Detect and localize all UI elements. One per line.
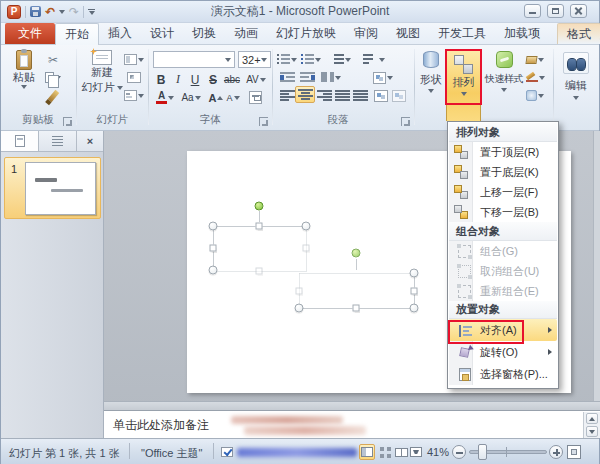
tab-file[interactable]: 文件 [5,23,55,44]
distribute-button[interactable] [350,87,370,104]
save-icon[interactable] [30,6,41,17]
slide-thumbnail-selected[interactable]: 1 [4,157,101,219]
phonetic-guide-button[interactable] [247,89,263,106]
resize-handle[interactable] [209,266,218,275]
notes-splitter[interactable] [104,401,600,410]
paragraph-dialog-launcher[interactable] [401,117,410,126]
notes-pane[interactable]: 单击此处添加备注 [104,410,600,438]
text-options-button[interactable] [389,87,409,104]
resize-handle[interactable] [303,245,310,252]
rotation-handle[interactable] [352,249,361,258]
vertical-scrollbar[interactable] [593,131,600,410]
resize-handle[interactable] [295,304,304,313]
shadow-button[interactable]: S [206,71,220,88]
section-button[interactable] [124,87,144,104]
undo-dropdown-icon[interactable] [59,10,65,14]
resize-handle[interactable] [410,304,419,313]
zoom-in-button[interactable] [549,445,563,459]
notes-scrollbar[interactable] [583,412,600,438]
arrange-button[interactable]: 排列 [446,50,481,121]
shape-outline-button[interactable] [525,69,545,86]
menu-item-rotate[interactable]: 旋转(O) [449,341,557,363]
close-panel-button[interactable]: × [77,131,103,151]
character-spacing-button[interactable]: AV [244,71,268,88]
grow-font-button[interactable]: A [208,89,224,106]
decrease-indent-button[interactable] [277,69,297,86]
clipboard-dialog-launcher[interactable] [63,117,72,126]
font-size-combobox[interactable]: 32+ [238,51,271,68]
slide-sorter-view-button[interactable] [377,444,393,460]
menu-item-bring-forward[interactable]: 上移一层(F) [449,182,557,202]
tab-slideshow[interactable]: 幻灯片放映 [267,23,345,44]
align-left-button[interactable] [277,87,297,104]
numbering-button[interactable] [301,51,321,68]
text-direction-button[interactable] [361,51,387,68]
tab-view[interactable]: 视图 [387,23,429,44]
resize-handle[interactable] [256,223,263,230]
tab-design[interactable]: 设计 [141,23,183,44]
maximize-button[interactable] [547,4,564,18]
tab-insert[interactable]: 插入 [99,23,141,44]
cut-button[interactable]: ✂ [43,51,63,68]
font-color-button[interactable]: A [154,89,176,106]
copy-button[interactable] [43,69,63,86]
italic-button[interactable]: I [171,71,185,88]
font-name-combobox[interactable] [153,51,235,68]
shrink-font-button[interactable]: A [225,89,241,106]
scroll-down-button[interactable] [586,426,598,437]
zoom-slider-thumb[interactable] [478,444,487,460]
menu-item-send-to-back[interactable]: 置于底层(K) [449,162,557,182]
close-button[interactable] [570,4,587,18]
menu-item-selection-pane[interactable]: 选择窗格(P)... [449,363,557,385]
slideshow-view-button[interactable] [408,444,424,460]
align-center-button[interactable] [295,86,315,103]
undo-icon[interactable]: ↶ [45,6,55,18]
normal-view-button[interactable] [359,444,375,460]
font-dialog-launcher[interactable] [259,117,268,126]
align-text-button[interactable] [371,87,391,104]
format-painter-button[interactable] [43,87,63,104]
powerpoint-logo-icon[interactable]: P [7,5,21,19]
bold-button[interactable]: B [154,71,168,88]
menu-item-bring-to-front[interactable]: 置于顶层(R) [449,142,557,162]
reading-view-button[interactable] [393,444,409,460]
tab-outline[interactable] [39,131,77,151]
resize-handle[interactable] [256,268,263,275]
scroll-up-button[interactable] [586,413,598,424]
resize-handle[interactable] [209,222,218,231]
columns-button[interactable] [321,69,341,86]
line-spacing-button[interactable] [331,51,351,68]
tab-format-contextual[interactable]: 格式 [557,23,600,44]
new-slide-button[interactable]: 新建 幻灯片 [81,50,123,95]
strikethrough-button[interactable]: abc [222,71,242,88]
tab-review[interactable]: 审阅 [345,23,387,44]
underline-button[interactable]: U [188,71,202,88]
shape-fill-button[interactable] [525,51,545,68]
align-right-button[interactable] [314,87,334,104]
tab-animations[interactable]: 动画 [225,23,267,44]
increase-indent-button[interactable] [297,69,317,86]
rotation-handle[interactable] [255,202,264,211]
shapes-button[interactable]: 形状 [417,51,445,93]
quick-styles-button[interactable]: 快速样式 [485,51,523,92]
resize-handle[interactable] [353,305,360,312]
tab-developer[interactable]: 开发工具 [429,23,495,44]
tab-transitions[interactable]: 切换 [183,23,225,44]
resize-handle[interactable] [410,269,419,278]
resize-handle[interactable] [210,245,217,252]
paste-button[interactable]: 粘贴 [7,50,41,89]
tab-home[interactable]: 开始 [55,23,99,45]
spell-check-icon[interactable] [221,447,233,457]
resize-handle[interactable] [302,222,311,231]
resize-handle[interactable] [411,288,418,295]
menu-item-send-backward[interactable]: 下移一层(B) [449,202,557,222]
shape-effects-button[interactable] [525,87,545,104]
bullets-button[interactable] [277,51,297,68]
tab-addins[interactable]: 加载项 [495,23,549,44]
tab-slides-thumbnails[interactable] [1,131,39,151]
fit-to-window-button[interactable] [567,445,581,459]
zoom-out-button[interactable] [452,445,466,459]
menu-item-align[interactable]: 对齐(A) [449,319,557,341]
qat-customize-icon[interactable] [88,9,95,15]
minimize-button[interactable] [524,4,541,18]
